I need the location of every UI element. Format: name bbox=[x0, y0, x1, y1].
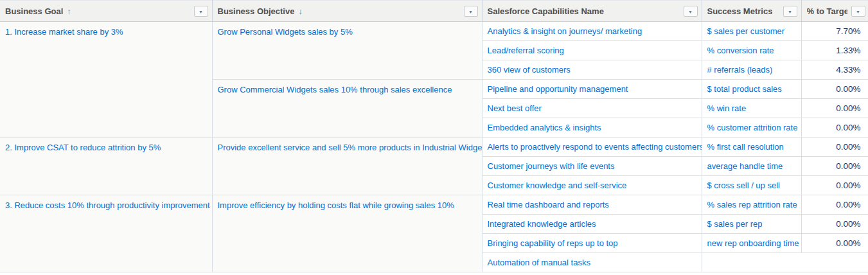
goal-link[interactable]: 1. Increase market share by 3% bbox=[5, 27, 123, 37]
column-filter-dropdown-button[interactable]: ▼ bbox=[464, 6, 478, 17]
capability-link[interactable]: Integrated knowledge articles bbox=[488, 219, 596, 229]
capability-link[interactable]: Automation of manual tasks bbox=[488, 258, 590, 267]
goal-cell: 1. Increase market share by 3% bbox=[0, 22, 212, 138]
metric-cell: new rep onboarding time bbox=[702, 234, 801, 253]
header-success-metrics[interactable]: Success Metrics ▼ bbox=[702, 1, 801, 22]
capability-cell: Embedded analytics & insights bbox=[482, 118, 702, 138]
chevron-down-icon: ▼ bbox=[788, 9, 792, 13]
target-cell: 7.70% bbox=[801, 22, 868, 41]
metric-cell: # referrals (leads) bbox=[702, 60, 801, 80]
target-cell: 1.33% bbox=[801, 41, 868, 60]
header-label-business-goal[interactable]: Business Goal bbox=[5, 6, 63, 16]
empty-metric-target-cell bbox=[702, 253, 868, 272]
capability-link[interactable]: Real time dashboard and reports bbox=[488, 200, 609, 209]
metric-cell: % customer attrition rate bbox=[702, 118, 801, 138]
metric-link[interactable]: $ total product sales bbox=[707, 84, 782, 94]
metric-cell: $ sales per rep bbox=[702, 215, 801, 234]
metric-link[interactable]: new rep onboarding time bbox=[707, 238, 799, 248]
metric-link[interactable]: % customer attrition rate bbox=[707, 123, 798, 132]
target-cell: 0.00% bbox=[801, 99, 868, 118]
business-goals-table: Business Goal ↑ ▼ Business Objective ↓ ▼… bbox=[0, 0, 868, 272]
target-cell: 0.00% bbox=[801, 234, 868, 253]
target-cell: 0.00% bbox=[801, 195, 868, 215]
capability-cell: Next best offer bbox=[482, 99, 702, 118]
table-row: 1. Increase market share by 3% Grow Pers… bbox=[0, 22, 868, 41]
capability-link[interactable]: Bringing capability of reps up to top bbox=[488, 238, 618, 248]
metric-link[interactable]: $ sales per rep bbox=[707, 219, 763, 229]
objective-link[interactable]: Improve efficiency by holding costs flat… bbox=[218, 200, 454, 210]
objective-link[interactable]: Grow Commercial Widgets sales 10% throug… bbox=[218, 85, 452, 94]
metric-cell: $ total product sales bbox=[702, 80, 801, 99]
header-salesforce-capabilities[interactable]: Salesforce Capabilities Name ▼ bbox=[482, 1, 702, 22]
chevron-down-icon: ▼ bbox=[856, 9, 860, 13]
metric-cell: % conversion rate bbox=[702, 41, 801, 60]
metric-link[interactable]: % first call resolution bbox=[707, 142, 784, 152]
capability-link[interactable]: Alerts to proactively respond to events … bbox=[488, 142, 702, 152]
capability-cell: Customer journeys with life events bbox=[482, 157, 702, 176]
capability-cell: Real time dashboard and reports bbox=[482, 195, 702, 215]
header-row: Business Goal ↑ ▼ Business Objective ↓ ▼… bbox=[0, 1, 868, 22]
objective-link[interactable]: Grow Personal Widgets sales by 5% bbox=[218, 27, 353, 37]
target-cell: 0.00% bbox=[801, 80, 868, 99]
capability-link[interactable]: Analytics & insight on journeys/ marketi… bbox=[488, 26, 642, 36]
column-filter-dropdown-button[interactable]: ▼ bbox=[851, 6, 865, 17]
capability-cell: 360 view of customers bbox=[482, 60, 702, 80]
goal-link[interactable]: 3. Reduce costs 10% through productivity… bbox=[5, 200, 210, 210]
capability-cell: Automation of manual tasks bbox=[482, 253, 702, 272]
capability-link[interactable]: Lead/referral scoring bbox=[488, 46, 564, 55]
capability-link[interactable]: Customer journeys with life events bbox=[488, 161, 615, 171]
objective-cell: Provide excellent service and sell 5% mo… bbox=[212, 138, 482, 195]
header-label-success-metrics[interactable]: Success Metrics bbox=[707, 6, 773, 16]
capability-link[interactable]: Next best offer bbox=[488, 103, 542, 113]
goal-cell: 2. Improve CSAT to reduce attrition by 5… bbox=[0, 138, 212, 195]
goal-cell: 3. Reduce costs 10% through productivity… bbox=[0, 195, 212, 272]
header-label-business-objective[interactable]: Business Objective bbox=[218, 6, 295, 16]
metric-cell: $ sales per customer bbox=[702, 22, 801, 41]
objective-cell: Grow Commercial Widgets sales 10% throug… bbox=[212, 80, 482, 138]
capability-cell: Pipeline and opportunity management bbox=[482, 80, 702, 99]
header-business-goal[interactable]: Business Goal ↑ ▼ bbox=[0, 1, 212, 22]
capability-link[interactable]: Embedded analytics & insights bbox=[488, 123, 601, 132]
metric-link[interactable]: % win rate bbox=[707, 103, 747, 113]
capability-link[interactable]: Pipeline and opportunity management bbox=[488, 84, 628, 94]
column-filter-dropdown-button[interactable]: ▼ bbox=[194, 6, 208, 17]
target-cell: 0.00% bbox=[801, 118, 868, 138]
sort-descending-icon: ↓ bbox=[298, 7, 303, 15]
metric-cell: % win rate bbox=[702, 99, 801, 118]
goal-link[interactable]: 2. Improve CSAT to reduce attrition by 5… bbox=[5, 143, 161, 152]
metric-link[interactable]: % conversion rate bbox=[707, 46, 774, 55]
capability-cell: Integrated knowledge articles bbox=[482, 215, 702, 234]
header-pct-to-target[interactable]: % to Target ▼ bbox=[801, 1, 868, 22]
sort-ascending-icon: ↑ bbox=[67, 7, 71, 15]
capability-link[interactable]: 360 view of customers bbox=[488, 65, 571, 75]
metric-link[interactable]: $ cross sell / up sell bbox=[707, 181, 780, 190]
header-label-pct-to-target[interactable]: % to Target bbox=[807, 6, 847, 16]
target-cell: 0.00% bbox=[801, 176, 868, 195]
metric-cell: $ cross sell / up sell bbox=[702, 176, 801, 195]
header-business-objective[interactable]: Business Objective ↓ ▼ bbox=[212, 1, 482, 22]
capability-cell: Customer knowledge and self-service bbox=[482, 176, 702, 195]
capability-link[interactable]: Customer knowledge and self-service bbox=[488, 181, 627, 190]
header-label-salesforce-capabilities[interactable]: Salesforce Capabilities Name bbox=[488, 6, 604, 16]
chevron-down-icon: ▼ bbox=[468, 9, 473, 13]
capability-cell: Alerts to proactively respond to events … bbox=[482, 138, 702, 157]
metric-link[interactable]: $ sales per customer bbox=[707, 26, 785, 36]
capability-cell: Lead/referral scoring bbox=[482, 41, 702, 60]
table-row: 3. Reduce costs 10% through productivity… bbox=[0, 195, 868, 215]
capability-cell: Analytics & insight on journeys/ marketi… bbox=[482, 22, 702, 41]
column-filter-dropdown-button[interactable]: ▼ bbox=[783, 6, 797, 17]
column-filter-dropdown-button[interactable]: ▼ bbox=[684, 6, 698, 17]
metric-link[interactable]: % sales rep attrition rate bbox=[707, 200, 797, 209]
metric-link[interactable]: average handle time bbox=[707, 161, 783, 171]
capability-cell: Bringing capability of reps up to top bbox=[482, 234, 702, 253]
objective-link[interactable]: Provide excellent service and sell 5% mo… bbox=[218, 143, 483, 152]
metric-link[interactable]: # referrals (leads) bbox=[707, 65, 773, 75]
chevron-down-icon: ▼ bbox=[688, 9, 693, 13]
objective-cell: Grow Personal Widgets sales by 5% bbox=[212, 22, 482, 80]
objective-cell: Improve efficiency by holding costs flat… bbox=[212, 195, 482, 272]
target-cell: 0.00% bbox=[801, 215, 868, 234]
chevron-down-icon: ▼ bbox=[199, 9, 203, 13]
target-cell: 4.33% bbox=[801, 60, 868, 80]
metric-cell: average handle time bbox=[702, 157, 801, 176]
metric-cell: % first call resolution bbox=[702, 138, 801, 157]
